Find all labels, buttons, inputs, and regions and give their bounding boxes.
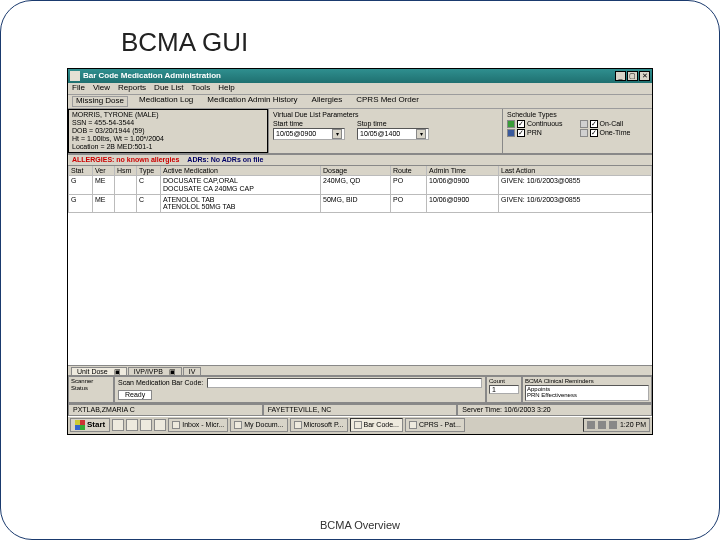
menu-help[interactable]: Help <box>218 84 234 93</box>
cell-hsm <box>115 194 137 212</box>
menu-duelist[interactable]: Due List <box>154 84 183 93</box>
tray-icon[interactable] <box>598 421 606 429</box>
tab-iv[interactable]: IV <box>183 367 202 376</box>
quicklaunch-icon[interactable] <box>126 419 138 431</box>
cell-hsm <box>115 176 137 194</box>
col-hsm[interactable]: Hsm <box>115 166 137 176</box>
barcode-input[interactable] <box>207 378 482 388</box>
medication-grid[interactable]: Stat Ver Hsm Type Active Medication Dosa… <box>68 166 652 366</box>
quicklaunch-icon[interactable] <box>154 419 166 431</box>
reminder-item[interactable]: Appoints <box>527 386 647 393</box>
menu-view[interactable]: View <box>93 84 110 93</box>
cell-last: GIVEN: 10/6/2003@0855 <box>499 176 652 194</box>
minimize-button[interactable]: _ <box>615 71 626 81</box>
menu-tools[interactable]: Tools <box>191 84 210 93</box>
scanner-ready-status: Ready <box>118 390 152 400</box>
chevron-down-icon[interactable]: ▾ <box>416 129 426 139</box>
col-ver[interactable]: Ver <box>93 166 115 176</box>
taskbar-item-label: My Docum... <box>244 421 283 429</box>
tab-label: IVP/IVPB <box>134 368 163 375</box>
cell-med: ATENOLOL TAB ATENOLOL 50MG TAB <box>161 194 321 212</box>
menu-bar: File View Reports Due List Tools Help <box>68 83 652 95</box>
onetime-checkbox[interactable]: ✓ One-Time <box>580 129 649 137</box>
window-title: Bar Code Medication Administration <box>83 72 614 81</box>
start-button[interactable]: Start <box>70 418 110 432</box>
taskbar-item[interactable]: Microsoft P... <box>290 418 348 432</box>
swatch-icon <box>580 129 588 137</box>
col-med[interactable]: Active Medication <box>161 166 321 176</box>
quicklaunch-icon[interactable] <box>112 419 124 431</box>
cell-admin: 10/06@0900 <box>427 176 499 194</box>
clinical-reminders-box: BCMA Clinical Reminders Appoints PRN Eff… <box>522 376 652 403</box>
oncall-label: On-Call <box>600 120 624 128</box>
quicklaunch-icon[interactable] <box>140 419 152 431</box>
col-dose[interactable]: Dosage <box>321 166 391 176</box>
status-bar: PXTLAB,ZMARIA C FAYETTEVILLE, NC Server … <box>68 404 652 416</box>
cell-dose: 50MG, BID <box>321 194 391 212</box>
count-value: 1 <box>489 385 519 395</box>
patient-dob: DOB = 03/20/1944 (59) <box>72 127 264 135</box>
scanner-row: Scanner Status Scan Medication Bar Code:… <box>68 376 652 404</box>
oncall-checkbox[interactable]: ✓ On-Call <box>580 120 649 128</box>
start-time-label: Start time <box>273 120 345 128</box>
cprs-order-button[interactable]: CPRS Med Order <box>353 96 422 107</box>
prn-checkbox[interactable]: ✓ PRN <box>507 129 576 137</box>
reminders-list[interactable]: Appoints PRN Effectiveness <box>525 385 649 401</box>
continuous-checkbox[interactable]: ✓ Continuous <box>507 120 576 128</box>
count-label: Count <box>489 378 519 385</box>
menu-reports[interactable]: Reports <box>118 84 146 93</box>
cell-dose: 240MG, QD <box>321 176 391 194</box>
med-admin-history-button[interactable]: Medication Admin History <box>204 96 300 107</box>
close-button[interactable]: ✕ <box>639 71 650 81</box>
menu-file[interactable]: File <box>72 84 85 93</box>
start-time-value: 10/05@0900 <box>276 130 316 138</box>
allergies-text: ALLERGIES: no known allergies <box>72 156 179 164</box>
col-stat[interactable]: Stat <box>69 166 93 176</box>
schedule-types-label: Schedule Types <box>507 111 648 119</box>
app-icon <box>294 421 302 429</box>
close-icon: ▣ <box>169 368 176 375</box>
taskbar-item[interactable]: Inbox - Micr... <box>168 418 228 432</box>
missing-dose-button[interactable]: Missing Dose <box>72 96 128 107</box>
tab-label: IV <box>189 368 196 375</box>
tab-ivp-ivpb[interactable]: IVP/IVPB ▣ <box>128 367 182 376</box>
cell-type: C <box>137 194 161 212</box>
col-last[interactable]: Last Action <box>499 166 652 176</box>
col-route[interactable]: Route <box>391 166 427 176</box>
status-division: FAYETTEVILLE, NC <box>263 404 458 416</box>
tray-icon[interactable] <box>587 421 595 429</box>
allergies-button[interactable]: Allergies <box>309 96 346 107</box>
scanner-status-box: Scanner Status <box>68 376 114 403</box>
stop-time-input[interactable]: 10/05@1400 ▾ <box>357 128 429 140</box>
alert-bar: ALLERGIES: no known allergies ADRs: No A… <box>68 155 652 166</box>
maximize-button[interactable]: ▢ <box>627 71 638 81</box>
table-row[interactable]: GMECATENOLOL TAB ATENOLOL 50MG TAB50MG, … <box>69 194 652 212</box>
taskbar-item[interactable]: Bar Code... <box>350 418 403 432</box>
taskbar-item-label: Microsoft P... <box>304 421 344 429</box>
start-time-input[interactable]: 10/05@0900 ▾ <box>273 128 345 140</box>
stop-time-value: 10/05@1400 <box>360 130 400 138</box>
reminder-item[interactable]: PRN Effectiveness <box>527 392 647 399</box>
taskbar-item-label: Bar Code... <box>364 421 399 429</box>
system-tray[interactable]: 1:20 PM <box>583 418 650 432</box>
patient-info-box[interactable]: MORRIS, TYRONE (MALE) SSN = 455-54-3544 … <box>68 109 268 153</box>
tab-unit-dose[interactable]: Unit Dose ▣ <box>71 367 127 376</box>
app-icon <box>234 421 242 429</box>
checkbox-icon: ✓ <box>517 120 525 128</box>
grid-header-row: Stat Ver Hsm Type Active Medication Dosa… <box>69 166 652 176</box>
patient-location: Location = 2B MED:501-1 <box>72 143 264 151</box>
taskbar-item[interactable]: My Docum... <box>230 418 287 432</box>
cell-ver: ME <box>93 194 115 212</box>
col-type[interactable]: Type <box>137 166 161 176</box>
checkbox-icon: ✓ <box>590 129 598 137</box>
col-admin[interactable]: Admin Time <box>427 166 499 176</box>
header-row: MORRIS, TYRONE (MALE) SSN = 455-54-3544 … <box>68 109 652 155</box>
cell-admin: 10/06@0900 <box>427 194 499 212</box>
table-row[interactable]: GMECDOCUSATE CAP,ORAL DOCUSATE CA 240MG … <box>69 176 652 194</box>
swatch-icon <box>507 129 515 137</box>
tray-icon[interactable] <box>609 421 617 429</box>
chevron-down-icon[interactable]: ▾ <box>332 129 342 139</box>
taskbar-item[interactable]: CPRS - Pat... <box>405 418 465 432</box>
med-log-button[interactable]: Medication Log <box>136 96 196 107</box>
reminders-title: BCMA Clinical Reminders <box>525 378 649 385</box>
